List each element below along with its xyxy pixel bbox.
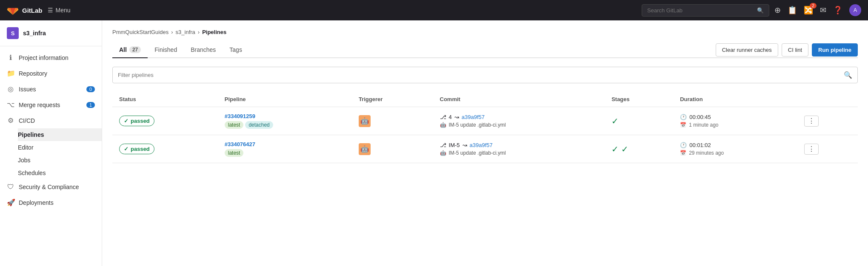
filter-row: 🔍	[112, 67, 858, 83]
sidebar-item-pipelines[interactable]: Pipelines	[18, 128, 102, 141]
status-badge: ✓ passed	[119, 116, 154, 126]
breadcrumb-sep-1: ›	[198, 29, 200, 35]
tab-tags-label: Tags	[229, 46, 242, 53]
pipeline-tag: detached	[245, 121, 273, 129]
col-pipeline: Pipeline	[218, 92, 352, 107]
sidebar-nav: ℹ Project information 📁 Repository ◎ Iss…	[0, 46, 102, 214]
main-content: PmmQuickStartGuides › s3_infra › Pipelin…	[102, 20, 868, 266]
sidebar-label-cicd: CI/CD	[19, 117, 35, 124]
merge-request-icon[interactable]: 🔀 2	[804, 6, 813, 15]
sidebar-project[interactable]: S s3_infra	[0, 20, 102, 46]
more-actions-button[interactable]: ⋮	[804, 116, 819, 127]
search-input[interactable]	[647, 7, 754, 14]
commit-row: ⎇ 4 ↝ a39a9f57	[440, 114, 598, 120]
col-actions	[797, 92, 858, 107]
commit-hash[interactable]: a39a9f57	[470, 142, 493, 148]
pipeline-tag: latest	[225, 121, 244, 129]
clear-cache-button[interactable]: Clear runner caches	[716, 43, 778, 57]
mr-badge: 1	[86, 102, 95, 108]
more-actions-button[interactable]: ⋮	[804, 144, 819, 155]
status-badge: ✓ passed	[119, 144, 154, 154]
tab-all[interactable]: All 27	[112, 42, 148, 58]
branch-icon: ⎇	[440, 114, 446, 120]
clock-icon: 🕐	[680, 142, 687, 148]
pipeline-link[interactable]: #334076427	[225, 141, 255, 147]
stage-check-icon[interactable]: ✓	[611, 116, 619, 126]
sidebar-item-editor[interactable]: Editor	[18, 141, 102, 154]
sidebar-item-cicd[interactable]: ⚙ CI/CD	[0, 113, 102, 128]
sidebar-label-jobs: Jobs	[18, 157, 31, 164]
cell-commit: ⎇ IM-5 ↝ a39a9f57 🤖 IM-5 update .gitlab-…	[433, 135, 605, 163]
sidebar-item-project-information[interactable]: ℹ Project information	[0, 50, 102, 65]
breadcrumb-part-1[interactable]: s3_infra	[176, 29, 195, 35]
col-commit: Commit	[433, 92, 605, 107]
arrow-icon: ↝	[463, 142, 467, 148]
run-pipeline-button[interactable]: Run pipeline	[812, 43, 858, 57]
pipeline-link[interactable]: #334091259	[225, 113, 255, 119]
info-icon: ℹ	[7, 54, 14, 62]
sidebar-label-project-info: Project information	[19, 54, 69, 61]
tab-all-count: 27	[129, 46, 141, 53]
tab-all-label: All	[119, 46, 127, 53]
cell-duration: 🕐 00:01:02 📅 29 minutes ago	[673, 135, 797, 163]
commit-row: ⎇ IM-5 ↝ a39a9f57	[440, 142, 598, 148]
search-bar[interactable]: 🔍	[642, 4, 769, 17]
sidebar-item-jobs[interactable]: Jobs	[18, 154, 102, 167]
commit-emoji: 🤖	[440, 122, 446, 128]
sidebar-label-security: Security & Compliance	[19, 184, 79, 190]
cell-triggerer: 🤖	[352, 107, 433, 135]
commit-emoji: 🤖	[440, 150, 446, 156]
table-row: ✓ passed#334091259latestdetached🤖 ⎇ 4 ↝ …	[112, 107, 858, 135]
sidebar-label-deployments: Deployments	[19, 199, 54, 206]
tab-tags[interactable]: Tags	[223, 42, 249, 58]
tab-actions: Clear runner caches CI lint Run pipeline	[716, 43, 858, 57]
gitlab-logo[interactable]: GitLab	[7, 4, 43, 16]
breadcrumb-sep-0: ›	[171, 29, 173, 35]
tab-branches-label: Branches	[191, 46, 216, 53]
sidebar-label-issues: Issues	[19, 86, 36, 93]
sidebar-item-schedules[interactable]: Schedules	[18, 167, 102, 179]
triggerer-avatar: 🤖	[359, 115, 371, 127]
breadcrumb-part-0[interactable]: PmmQuickStartGuides	[112, 29, 168, 35]
tab-finished-label: Finished	[154, 46, 177, 53]
breadcrumb-current: Pipelines	[202, 29, 226, 35]
triggerer-avatar: 🤖	[359, 143, 371, 155]
navbar: GitLab ☰ Menu 🔍 ⊕ 📋 🔀 2 ✉ ❓ A	[0, 0, 868, 20]
cell-more-actions: ⋮	[797, 107, 858, 135]
ci-lint-button[interactable]: CI lint	[782, 43, 808, 57]
col-duration: Duration	[673, 92, 797, 107]
menu-label: Menu	[56, 7, 71, 14]
filter-input[interactable]	[113, 68, 839, 82]
create-icon[interactable]: ⊕	[774, 6, 781, 15]
cell-pipeline: #334091259latestdetached	[218, 107, 352, 135]
tab-branches[interactable]: Branches	[184, 42, 223, 58]
col-triggerer: Triggerer	[352, 92, 433, 107]
sidebar-item-repository[interactable]: 📁 Repository	[0, 65, 102, 81]
tab-finished[interactable]: Finished	[148, 42, 184, 58]
check-icon: ✓	[124, 146, 128, 152]
todo-icon[interactable]: 📋	[788, 6, 797, 15]
cicd-subnav: Pipelines Editor Jobs Schedules	[0, 128, 102, 179]
branch-icon: ⎇	[440, 142, 446, 148]
mr-nav-icon: ⌥	[7, 101, 14, 109]
cell-commit: ⎇ 4 ↝ a39a9f57 🤖 IM-5 update .gitlab-ci.…	[433, 107, 605, 135]
clock-icon: 🕐	[680, 114, 687, 120]
sidebar-item-issues[interactable]: ◎ Issues 0	[0, 81, 102, 97]
issues-icon: ◎	[7, 85, 14, 93]
sidebar-label-merge-requests: Merge requests	[19, 102, 60, 108]
issues-badge: 0	[86, 86, 95, 92]
commit-hash[interactable]: a39a9f57	[462, 114, 485, 120]
repo-icon: 📁	[7, 69, 14, 77]
sidebar-item-merge-requests[interactable]: ⌥ Merge requests 1	[0, 97, 102, 113]
help-icon[interactable]: ❓	[833, 6, 842, 15]
issues-icon[interactable]: ✉	[820, 6, 826, 15]
sidebar-item-security-compliance[interactable]: 🛡 Security & Compliance	[0, 179, 102, 195]
stage-check-icon[interactable]: ✓	[621, 144, 628, 154]
commit-message: 🤖 IM-5 update .gitlab-ci.yml	[440, 122, 598, 128]
filter-search-icon[interactable]: 🔍	[839, 67, 857, 83]
user-avatar[interactable]: A	[849, 4, 861, 16]
sidebar-item-deployments[interactable]: 🚀 Deployments	[0, 195, 102, 210]
cell-triggerer: 🤖	[352, 135, 433, 163]
menu-button[interactable]: ☰ Menu	[48, 7, 71, 14]
stage-check-icon[interactable]: ✓	[611, 144, 619, 154]
